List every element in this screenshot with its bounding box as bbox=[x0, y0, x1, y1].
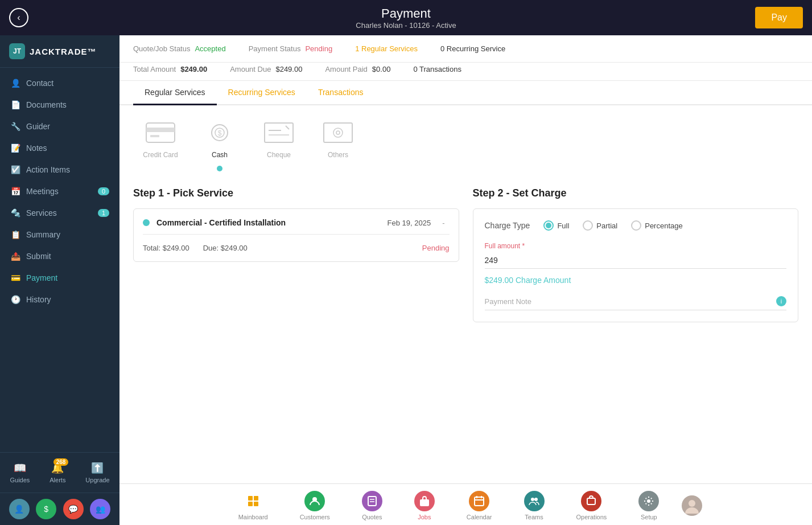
sidebar-bottom-alerts[interactable]: 🔔 268 Alerts bbox=[44, 458, 71, 487]
sidebar-icon: ☑️ bbox=[10, 165, 20, 174]
step2-title: Step 2 - Set Charge bbox=[473, 187, 799, 199]
pay-method-others[interactable]: Others bbox=[320, 119, 356, 159]
alerts-label: Alerts bbox=[50, 477, 65, 483]
cash-label: Cash bbox=[212, 151, 228, 159]
payment-methods: Credit Card $ Cash bbox=[119, 105, 812, 178]
nav-quotes[interactable]: Quotes bbox=[346, 489, 398, 523]
charge-type-row: Charge Type Full Partial P bbox=[485, 220, 787, 231]
payment-status-item: Payment Status Pending bbox=[249, 44, 333, 53]
teams-label: Teams bbox=[525, 514, 543, 520]
action-user-button[interactable]: 👤 bbox=[9, 499, 30, 519]
setup-icon bbox=[638, 491, 659, 511]
cheque-label: Cheque bbox=[267, 151, 291, 159]
pay-method-cheque[interactable]: Cheque bbox=[261, 119, 297, 159]
service-name: Commercial - Certified Installation bbox=[156, 218, 381, 227]
amount-input[interactable] bbox=[485, 252, 787, 269]
sidebar-label: History bbox=[26, 295, 51, 304]
user-avatar-wrap[interactable] bbox=[675, 489, 709, 523]
page-title: Payment bbox=[356, 6, 456, 21]
sidebar-icon: 📅 bbox=[10, 187, 20, 196]
service-card: Commercial - Certified Installation Feb … bbox=[133, 208, 459, 262]
sidebar-icon: 📝 bbox=[10, 143, 20, 153]
pay-method-credit-card[interactable]: Credit Card bbox=[142, 119, 179, 159]
nav-operations[interactable]: Operations bbox=[560, 489, 623, 523]
selected-indicator bbox=[217, 166, 222, 171]
sidebar-item-guider[interactable]: 🔧 Guider bbox=[0, 116, 119, 137]
steps-row: Step 1 - Pick Service Commercial - Certi… bbox=[119, 178, 812, 483]
logo-text: JACKTRADE™ bbox=[30, 47, 97, 56]
service-status: Pending bbox=[422, 244, 450, 252]
action-dollar-button[interactable]: $ bbox=[36, 499, 56, 519]
tab-regular-services[interactable]: Regular Services bbox=[133, 81, 217, 105]
pay-method-cash[interactable]: $ Cash bbox=[201, 119, 238, 171]
step2-col: Step 2 - Set Charge Charge Type Full Par… bbox=[473, 187, 799, 470]
radio-percentage[interactable]: Percentage bbox=[631, 220, 683, 231]
nav-setup[interactable]: Setup bbox=[623, 489, 675, 523]
sidebar-item-meetings[interactable]: 📅 Meetings 0 bbox=[0, 181, 119, 202]
tab-recurring-services[interactable]: Recurring Services bbox=[217, 81, 307, 105]
sidebar-icon: 📄 bbox=[10, 100, 20, 109]
amount-paid-value: $0.00 bbox=[372, 65, 391, 73]
nav-teams[interactable]: Teams bbox=[508, 489, 560, 523]
svg-point-28 bbox=[647, 499, 650, 503]
nav-mainboard[interactable]: Mainboard bbox=[222, 489, 284, 523]
upgrade-label: Upgrade bbox=[85, 477, 109, 483]
service-info: Commercial - Certified Installation bbox=[156, 218, 381, 227]
amount-paid-item: Amount Paid $0.00 bbox=[325, 65, 390, 73]
recurring-service-value: 0 Recurring Service bbox=[440, 44, 505, 53]
regular-services-link[interactable]: 1 Regular Services bbox=[355, 44, 418, 53]
jobs-icon bbox=[414, 491, 435, 511]
calendar-label: Calendar bbox=[467, 514, 492, 520]
radio-full[interactable]: Full bbox=[543, 220, 569, 231]
alert-wrap: 🔔 268 bbox=[51, 462, 64, 474]
radio-full-circle bbox=[543, 220, 554, 231]
sidebar-bottom-bar: 📖 Guides 🔔 268 Alerts⬆️ Upgrade bbox=[0, 452, 119, 493]
charge-type-label: Charge Type bbox=[485, 221, 530, 230]
service-row: Commercial - Certified Installation Feb … bbox=[143, 218, 450, 235]
sidebar-item-payment[interactable]: 💳 Payment bbox=[0, 267, 119, 289]
sidebar-icon: 🔧 bbox=[10, 122, 20, 131]
sidebar-item-services[interactable]: 🔩 Services 1 bbox=[0, 202, 119, 224]
sidebar-label: Summary bbox=[26, 230, 60, 239]
bottom-nav: Mainboard Customers Quotes Jobs bbox=[119, 483, 812, 525]
sidebar-label: Documents bbox=[26, 100, 67, 109]
mainboard-label: Mainboard bbox=[238, 514, 268, 520]
total-amount-value: $249.00 bbox=[180, 65, 207, 73]
action-group-button[interactable]: 👥 bbox=[90, 499, 110, 519]
sidebar-item-summary[interactable]: 📋 Summary bbox=[0, 224, 119, 245]
info-icon[interactable]: i bbox=[776, 296, 786, 306]
sidebar-label: Payment bbox=[26, 273, 57, 282]
pay-button[interactable]: Pay bbox=[755, 7, 803, 28]
radio-full-label: Full bbox=[557, 222, 569, 230]
sidebar-badge: 1 bbox=[98, 209, 109, 217]
customers-icon bbox=[304, 491, 325, 511]
sidebar-item-notes[interactable]: 📝 Notes bbox=[0, 137, 119, 159]
step1-title: Step 1 - Pick Service bbox=[133, 187, 459, 199]
back-button[interactable]: ‹ bbox=[9, 8, 28, 27]
transactions-value: 0 Transactions bbox=[413, 65, 461, 73]
alert-badge: 268 bbox=[53, 458, 69, 466]
nav-calendar[interactable]: Calendar bbox=[451, 489, 508, 523]
action-chat-button[interactable]: 💬 bbox=[63, 499, 84, 519]
sidebar-item-action-items[interactable]: ☑️ Action Items bbox=[0, 159, 119, 181]
svg-rect-12 bbox=[248, 496, 253, 501]
sidebar-icon: 👤 bbox=[10, 79, 20, 88]
sidebar-bottom-guides[interactable]: 📖 Guides bbox=[4, 458, 35, 487]
sidebar-item-history[interactable]: 🕐 History bbox=[0, 289, 119, 310]
sidebar-item-documents[interactable]: 📄 Documents bbox=[0, 94, 119, 116]
others-icon bbox=[320, 119, 356, 146]
svg-rect-20 bbox=[420, 499, 429, 506]
svg-rect-17 bbox=[368, 497, 376, 506]
step1-col: Step 1 - Pick Service Commercial - Certi… bbox=[133, 187, 459, 470]
main-layout: JT JACKTRADE™ 👤 Contact 📄 Documents 🔧 Gu… bbox=[0, 35, 812, 525]
nav-customers[interactable]: Customers bbox=[284, 489, 346, 523]
sidebar-nav: 👤 Contact 📄 Documents 🔧 Guider 📝 Notes ☑… bbox=[0, 68, 119, 452]
radio-partial[interactable]: Partial bbox=[583, 220, 617, 231]
payment-status-value: Pending bbox=[305, 44, 332, 53]
page-subtitle: Charles Nolan - 10126 - Active bbox=[356, 21, 456, 30]
tab-transactions[interactable]: Transactions bbox=[307, 81, 375, 105]
sidebar-item-contact[interactable]: 👤 Contact bbox=[0, 72, 119, 94]
sidebar-bottom-upgrade[interactable]: ⬆️ Upgrade bbox=[80, 458, 115, 487]
sidebar-item-submit[interactable]: 📤 Submit bbox=[0, 245, 119, 267]
nav-jobs[interactable]: Jobs bbox=[398, 489, 451, 523]
